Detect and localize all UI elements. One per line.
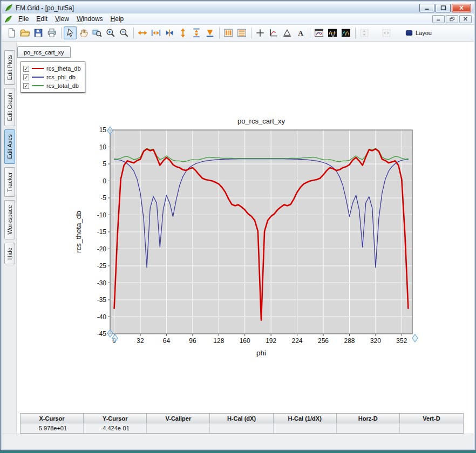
cross-marker-button[interactable] <box>254 26 267 39</box>
legend-item: ✓rcs_phi_db <box>23 73 81 81</box>
sidebar-tab-edit-graph[interactable]: Edit Graph <box>4 88 15 126</box>
status-header-row: X-CursorY-CursorV-CaliperH-Cal (dX)H-Cal… <box>21 414 463 423</box>
fit-y-locked-icon <box>359 28 369 38</box>
menu-help[interactable]: Help <box>107 14 128 24</box>
expand-x-button[interactable] <box>149 26 162 39</box>
sidebar-tab-label: Workspace <box>6 205 13 235</box>
status-column-header: V-Caliper <box>147 414 210 423</box>
menu-file[interactable]: File <box>15 14 32 24</box>
fit-x-button[interactable] <box>136 26 149 39</box>
zoom-out-button[interactable] <box>118 26 131 39</box>
shrink-x-button[interactable] <box>163 26 176 39</box>
select-tool-button[interactable] <box>64 26 77 39</box>
legend-checkbox[interactable]: ✓ <box>23 83 29 89</box>
sidebar: Edit PlotsEdit GraphEdit AxesTrackerWork… <box>2 42 17 449</box>
legend-line-sample <box>32 85 44 86</box>
legend-label: rcs_theta_db <box>46 65 81 72</box>
document-logo-icon <box>4 15 12 23</box>
status-column-header: H-Cal (1/dX) <box>274 414 337 423</box>
columns-layout-button[interactable] <box>222 26 235 39</box>
plot-style-icon <box>314 28 324 38</box>
y-tick-label: 0 <box>103 177 106 185</box>
toolbar-separator <box>355 28 356 38</box>
save-button[interactable] <box>32 26 45 39</box>
x-tick-label: 64 <box>163 337 171 345</box>
layout-icon <box>405 29 413 37</box>
caliper-tool-button[interactable] <box>281 26 294 39</box>
sidebar-tab-label: Tracker <box>6 172 13 192</box>
mdi-close-button[interactable] <box>459 15 472 23</box>
sidebar-tabs: Edit PlotsEdit GraphEdit AxesTrackerWork… <box>4 50 15 264</box>
mdi-restore-button[interactable] <box>446 15 458 23</box>
sidebar-tab-edit-plots[interactable]: Edit Plots <box>4 50 15 85</box>
legend-checkbox[interactable]: ✓ <box>23 66 29 72</box>
status-column-header: H-Cal (dX) <box>210 414 273 423</box>
legend-checkbox[interactable]: ✓ <box>23 74 29 80</box>
app-window: EM.Grid - [po_tut5a] FileEditViewWindows… <box>0 0 476 451</box>
fit-y-icon <box>178 28 188 38</box>
close-button[interactable] <box>452 4 471 12</box>
app-logo-icon <box>5 4 13 12</box>
text-annotation-button[interactable]: A <box>294 26 307 39</box>
legend-label: rcs_phi_db <box>46 74 76 80</box>
maximize-button[interactable] <box>436 4 451 12</box>
rows-layout-button[interactable] <box>235 26 248 39</box>
close-icon <box>459 5 464 10</box>
chart-canvas[interactable]: 0326496128160192224256288320352151050-5-… <box>71 111 438 365</box>
document-tab-label: po_rcs_cart_xy <box>24 49 64 56</box>
autoscale-button[interactable] <box>203 26 216 39</box>
status-column-header: Y-Cursor <box>84 414 147 423</box>
sidebar-tab-tracker[interactable]: Tracker <box>4 167 15 197</box>
sidebar-tab-hide[interactable]: Hide <box>4 243 15 265</box>
menu-windows[interactable]: Windows <box>73 14 107 24</box>
status-value-cell: -5.978e+01 <box>21 423 84 433</box>
fit-x-locked-button[interactable] <box>380 26 393 39</box>
cursor-status-table: X-CursorY-CursorV-CaliperH-Cal (dX)H-Cal… <box>20 413 464 434</box>
y-tick-label: -20 <box>97 245 107 253</box>
fit-y-button[interactable] <box>176 26 189 39</box>
sidebar-tab-workspace[interactable]: Workspace <box>4 200 15 239</box>
zoom-in-icon <box>106 28 115 38</box>
legend-box[interactable]: ✓rcs_theta_db✓rcs_phi_db✓rcs_total_db <box>21 61 85 93</box>
print-button[interactable] <box>45 26 58 39</box>
y-tick-label: 5 <box>103 160 106 168</box>
y-tick-label: -40 <box>97 313 107 321</box>
toolbar-separator <box>61 28 62 38</box>
y-tick-label: -25 <box>97 262 107 270</box>
zoom-window-button[interactable] <box>91 26 104 39</box>
document-tab[interactable]: po_rcs_cart_xy <box>17 46 71 58</box>
menu-edit[interactable]: Edit <box>32 14 51 24</box>
shrink-x-icon <box>165 28 174 38</box>
title-bar[interactable]: EM.Grid - [po_tut5a] <box>2 2 474 13</box>
expand-y-button[interactable] <box>190 26 203 39</box>
open-button[interactable] <box>18 26 31 39</box>
sidebar-tab-edit-axes[interactable]: Edit Axes <box>4 129 15 164</box>
expand-y-icon <box>192 28 201 38</box>
pan-tool-button[interactable] <box>77 26 90 39</box>
axes-settings-icon <box>269 28 278 38</box>
y-tick-label: -10 <box>97 211 107 219</box>
menu-view[interactable]: View <box>51 14 73 24</box>
x-tick-label: 160 <box>240 337 250 345</box>
status-value-cell: -4.424e-01 <box>84 423 147 433</box>
y-tick-label: -45 <box>97 330 107 338</box>
new-document-button[interactable] <box>5 26 18 39</box>
x-tick-label: 288 <box>344 337 355 345</box>
dark-plot-1-button[interactable] <box>326 26 339 39</box>
plot-style-button[interactable] <box>312 26 325 39</box>
mdi-restore-icon <box>450 17 455 22</box>
dark-plot-2-button[interactable] <box>339 26 352 39</box>
zoom-in-button[interactable] <box>104 26 117 39</box>
fit-y-locked-button[interactable] <box>358 26 371 39</box>
layout-button[interactable]: Layou <box>402 28 434 38</box>
autoscale-icon <box>205 28 215 38</box>
minimize-button[interactable] <box>419 4 434 12</box>
axes-settings-button[interactable] <box>267 26 280 39</box>
new-document-icon <box>6 28 16 38</box>
mdi-minimize-button[interactable] <box>432 15 445 23</box>
x-tick-label: 128 <box>213 337 224 345</box>
mdi-close-icon <box>463 17 468 21</box>
axis-handle[interactable] <box>412 334 418 342</box>
text-annotation-icon: A <box>296 28 305 38</box>
maximize-icon <box>440 5 446 10</box>
